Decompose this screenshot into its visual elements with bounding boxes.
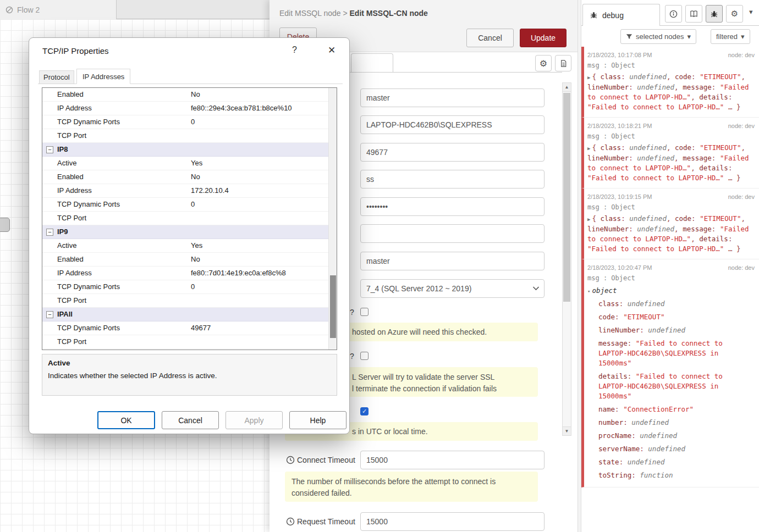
ip-property-row[interactable]: TCP Port <box>42 294 329 308</box>
ip-property-row[interactable]: IP Addressfe80::29e4:3cea:b781:b8ce%10 <box>42 102 329 115</box>
tds-version-select[interactable]: 7_4 (SQL Server 2012 ~ 2019) <box>360 279 544 298</box>
cancel-button[interactable]: Cancel <box>466 29 514 47</box>
scroll-down-icon[interactable]: ▼ <box>563 426 571 435</box>
scrollbar-thumb[interactable] <box>330 275 336 338</box>
tab-ip-addresses[interactable]: IP Addresses <box>76 69 130 84</box>
scroll-up-icon[interactable]: ▲ <box>563 83 571 92</box>
debug-message-body[interactable]: ▾objectclass: undefinedcode: "ETIMEOUT"l… <box>587 285 755 482</box>
apply-button[interactable]: Apply <box>226 411 283 429</box>
debug-message-body[interactable]: ▶{ class: undefined, code: "ETIMEOUT", l… <box>587 72 755 112</box>
debug-object-row[interactable]: number: undefined <box>587 416 755 429</box>
ip-property-row[interactable]: TCP Dynamic Ports0 <box>42 115 329 129</box>
property-value: fe80::29e4:3cea:b781:b8ce%10 <box>191 102 292 115</box>
debug-message-body[interactable]: ▶{ class: undefined, code: "ETIMEOUT", l… <box>587 143 755 183</box>
database-input[interactable] <box>360 252 544 270</box>
ip-property-row[interactable]: ActiveYes <box>42 239 329 253</box>
scrollbar-thumb[interactable] <box>563 93 570 302</box>
breadcrumb-parent[interactable]: Edit MSSQL node <box>279 9 341 18</box>
debug-object-row[interactable]: details: "Failed to connect to LAPTOP-HD… <box>587 370 755 403</box>
ip-property-grid: EnabledNoIP Addressfe80::29e4:3cea:b781:… <box>42 87 337 350</box>
grid-scrollbar[interactable] <box>328 88 337 350</box>
request-timeout-input[interactable] <box>360 512 544 531</box>
sidebar-header: debug ⚙ ▾ <box>581 0 759 26</box>
info-tab-button[interactable] <box>665 5 682 23</box>
config-tab-fragment[interactable] <box>351 53 393 73</box>
collapse-icon[interactable]: − <box>46 311 53 318</box>
ip-property-row[interactable]: TCP Dynamic Ports0 <box>42 198 329 212</box>
update-button[interactable]: Update <box>520 29 566 47</box>
dialog-help-button[interactable]: ? <box>292 45 297 55</box>
config-tab-button[interactable]: ⚙ <box>726 5 743 23</box>
timestamp: 2/18/2023, 10:18:21 PM <box>587 123 652 129</box>
ip-property-row[interactable]: EnabledNo <box>42 170 329 184</box>
ip-section-row[interactable]: −IPAll <box>42 308 329 322</box>
tab-protocol[interactable]: Protocol <box>39 70 74 84</box>
ok-button[interactable]: OK <box>97 411 155 429</box>
ip-property-row[interactable]: EnabledNo <box>42 253 329 267</box>
ip-property-row[interactable]: TCP Port <box>42 335 329 349</box>
connect-timeout-input[interactable] <box>360 451 544 469</box>
cancel-button[interactable]: Cancel <box>162 411 219 429</box>
debug-message[interactable]: 2/18/2023, 10:17:08 PMnode: devmsg : Obj… <box>581 47 759 118</box>
ip-property-row[interactable]: IP Addressfe80::7d01:4e19:ec0a:ef8c%8 <box>42 267 329 280</box>
node-settings-button[interactable]: ⚙ <box>535 55 552 71</box>
property-label: IP Address <box>57 267 92 280</box>
property-value: 0 <box>191 280 195 293</box>
ip-property-row[interactable]: IP Address172.20.10.4 <box>42 184 329 198</box>
collapse-icon[interactable]: − <box>46 146 53 153</box>
debug-tab-button[interactable] <box>706 5 723 23</box>
filter-state-button[interactable]: filtered ▾ <box>711 29 750 44</box>
object-header[interactable]: ▾object <box>587 285 755 297</box>
debug-object-row[interactable]: code: "ETIMEOUT" <box>587 311 755 324</box>
property-value: Yes <box>191 157 202 170</box>
ip-section-row[interactable]: −IP8 <box>42 143 329 157</box>
debug-object-row[interactable]: serverName: undefined <box>587 442 755 456</box>
ip-property-row[interactable]: TCP Dynamic Ports0 <box>42 280 329 294</box>
node-docs-button[interactable] <box>555 55 571 71</box>
ip-property-row[interactable]: TCP Port <box>42 212 329 225</box>
username-input[interactable] <box>360 170 544 189</box>
debug-message[interactable]: 2/18/2023, 10:18:21 PMnode: devmsg : Obj… <box>581 118 759 189</box>
debug-object-row[interactable]: toString: function <box>587 469 755 482</box>
debug-object-row[interactable]: class: undefined <box>587 297 755 311</box>
checkbox-use-utc[interactable]: ✓ <box>360 407 369 415</box>
password-input[interactable] <box>360 197 544 216</box>
tray-scrollbar[interactable]: ▲ ▼ <box>562 82 571 436</box>
collapse-icon[interactable]: − <box>46 229 53 236</box>
debug-message[interactable]: 2/18/2023, 10:20:47 PMnode: devmsg : Obj… <box>581 259 759 487</box>
debug-object-row[interactable]: message: "Failed to connect to LAPTOP-HD… <box>587 337 755 370</box>
ip-property-row[interactable]: EnabledNo <box>42 88 329 102</box>
debug-object-row[interactable]: lineNumber: undefined <box>587 324 755 337</box>
debug-message[interactable]: 2/18/2023, 10:19:15 PMnode: devmsg : Obj… <box>581 189 759 259</box>
help-tab-button[interactable] <box>685 5 702 23</box>
port-input[interactable] <box>360 143 544 162</box>
debug-object-row[interactable]: procName: undefined <box>587 429 755 442</box>
sidebar-menu-caret-icon[interactable]: ▾ <box>749 8 753 16</box>
breadcrumb-current: Edit MSSQL-CN node <box>350 9 428 18</box>
debug-object-row[interactable]: state: undefined <box>587 456 755 469</box>
checkbox-encrypt[interactable] <box>360 308 369 316</box>
ip-section-row[interactable]: −IP9 <box>42 225 329 239</box>
checkbox-trust-cert[interactable] <box>360 352 369 360</box>
property-label: TCP Dynamic Ports <box>57 322 120 335</box>
flow-tab[interactable]: Flow 2 <box>0 0 117 19</box>
close-icon[interactable]: ✕ <box>328 45 336 56</box>
debug-object-row[interactable]: name: "ConnectionError" <box>587 403 755 416</box>
sidebar-resize-handle[interactable] <box>578 0 581 532</box>
flow-node-partial[interactable] <box>0 218 10 232</box>
description-title: Active <box>48 359 331 367</box>
check-icon: ✓ <box>362 408 367 414</box>
tab-debug[interactable]: debug <box>582 4 660 26</box>
input-field-6[interactable] <box>360 224 544 243</box>
help-button[interactable]: Help <box>289 411 346 429</box>
debug-message-list[interactable]: 2/18/2023, 10:17:08 PMnode: devmsg : Obj… <box>581 47 759 532</box>
ip-property-row[interactable]: TCP Dynamic Ports49677 <box>42 322 329 335</box>
debug-message-body[interactable]: ▶{ class: undefined, code: "ETIMEOUT", l… <box>587 214 755 254</box>
input-field-1[interactable] <box>360 88 544 107</box>
ip-property-row[interactable]: TCP Port <box>42 129 329 143</box>
filter-selected-nodes-button[interactable]: selected nodes ▾ <box>620 29 696 44</box>
ip-property-row[interactable]: ActiveYes <box>42 157 329 170</box>
collapse-icon: ▾ <box>587 289 590 294</box>
flow-disabled-icon <box>6 6 13 14</box>
server-input[interactable] <box>360 115 544 134</box>
